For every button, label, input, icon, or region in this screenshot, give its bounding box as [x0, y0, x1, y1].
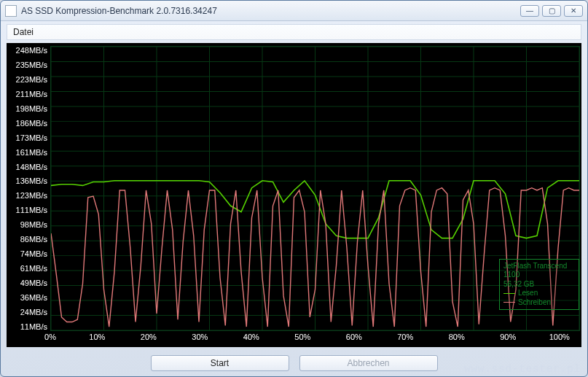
x-tick: 80% [449, 333, 465, 346]
y-tick: 24MB/s [7, 308, 47, 316]
legend-read: Lesen [503, 289, 575, 298]
legend-read-line [503, 293, 515, 294]
x-tick: 20% [141, 333, 157, 346]
y-tick: 235MB/s [7, 61, 47, 69]
y-tick: 161MB/s [7, 148, 47, 157]
y-tick: 211MB/s [7, 90, 47, 98]
x-tick: 60% [346, 333, 362, 346]
cancel-button: Abbrechen [299, 355, 438, 371]
x-tick: 0% [44, 333, 56, 346]
y-axis-labels: 248MB/s235MB/s223MB/s211MB/s198MB/s186MB… [7, 46, 50, 331]
y-tick: 223MB/s [7, 75, 47, 84]
maximize-button[interactable]: ▢ [542, 5, 561, 17]
x-tick: 50% [294, 333, 310, 346]
legend-write-label: Schreiben [518, 298, 551, 308]
window: AS SSD Kompression-Benchmark 2.0.7316.34… [0, 0, 588, 377]
y-tick: 111MB/s [7, 206, 47, 214]
watermark: www.ssd-tester.pl [464, 363, 581, 375]
y-tick: 173MB/s [7, 133, 47, 142]
x-tick: 10% [89, 333, 105, 346]
x-tick: 40% [243, 333, 259, 346]
window-title: AS SSD Kompression-Benchmark 2.0.7316.34… [21, 6, 517, 16]
y-tick: 49MB/s [7, 279, 47, 287]
minimize-button[interactable]: — [520, 5, 539, 17]
legend-write: Schreiben [503, 298, 575, 308]
y-tick: 86MB/s [7, 235, 47, 244]
legend-write-line [503, 302, 515, 303]
plot: JetFlash Transcend 1100 56,32 GB Lesen S… [50, 46, 580, 331]
app-icon [5, 5, 17, 17]
y-tick: 74MB/s [7, 249, 47, 258]
chart-area: 248MB/s235MB/s223MB/s211MB/s198MB/s186MB… [7, 43, 581, 347]
legend-box: JetFlash Transcend 1100 56,32 GB Lesen S… [499, 259, 579, 311]
x-tick: 70% [397, 333, 413, 346]
menubar: Datei [7, 24, 581, 40]
x-axis-labels: 0%10%20%30%40%50%60%70%80%90%100% [50, 333, 580, 346]
y-tick: 136MB/s [7, 176, 47, 185]
y-tick: 186MB/s [7, 119, 47, 128]
close-button[interactable]: ✕ [564, 5, 583, 17]
x-tick: 30% [192, 333, 208, 346]
y-tick: 148MB/s [7, 163, 47, 171]
y-tick: 98MB/s [7, 220, 47, 229]
y-tick: 36MB/s [7, 293, 47, 302]
y-tick: 123MB/s [7, 191, 47, 200]
x-tick: 100% [549, 333, 570, 346]
y-tick: 61MB/s [7, 264, 47, 273]
y-tick: 11MB/s [7, 322, 47, 331]
legend-capacity: 56,32 GB [503, 280, 575, 289]
titlebar[interactable]: AS SSD Kompression-Benchmark 2.0.7316.34… [1, 1, 587, 21]
legend-read-label: Lesen [518, 289, 538, 298]
y-tick: 248MB/s [7, 46, 47, 55]
menu-file[interactable]: Datei [13, 27, 34, 37]
y-tick: 198MB/s [7, 104, 47, 113]
start-button[interactable]: Start [151, 355, 289, 371]
legend-device: JetFlash Transcend 1100 [503, 262, 575, 280]
x-tick: 90% [500, 333, 516, 346]
